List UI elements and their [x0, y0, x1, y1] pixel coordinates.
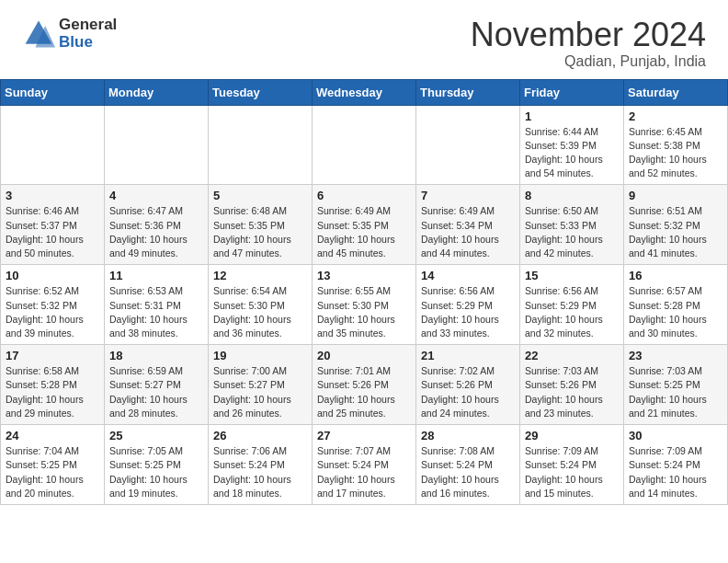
- day-number: 14: [421, 269, 515, 282]
- calendar-day-cell: 17Sunrise: 6:58 AM Sunset: 5:28 PM Dayli…: [1, 345, 105, 425]
- logo: General Blue: [22, 17, 117, 51]
- day-number: 16: [629, 269, 722, 282]
- day-number: 24: [6, 429, 99, 442]
- day-info: Sunrise: 7:01 AM Sunset: 5:26 PM Dayligh…: [317, 364, 411, 420]
- day-number: 17: [6, 349, 99, 362]
- calendar-day-cell: 14Sunrise: 6:56 AM Sunset: 5:29 PM Dayli…: [416, 265, 520, 345]
- day-number: 12: [213, 269, 307, 282]
- day-number: 21: [421, 349, 515, 362]
- day-number: 2: [629, 109, 722, 123]
- calendar-day-cell: 30Sunrise: 7:09 AM Sunset: 5:24 PM Dayli…: [624, 425, 728, 505]
- day-number: 5: [213, 189, 307, 202]
- calendar-day-cell: 4Sunrise: 6:47 AM Sunset: 5:36 PM Daylig…: [105, 185, 209, 265]
- day-info: Sunrise: 7:07 AM Sunset: 5:24 PM Dayligh…: [317, 444, 411, 500]
- month-title: November 2024: [471, 17, 706, 53]
- day-number: 6: [317, 189, 411, 202]
- calendar-day-cell: 1Sunrise: 6:44 AM Sunset: 5:39 PM Daylig…: [520, 105, 624, 185]
- day-number: 15: [525, 269, 619, 282]
- day-info: Sunrise: 6:47 AM Sunset: 5:36 PM Dayligh…: [109, 204, 203, 260]
- day-info: Sunrise: 7:06 AM Sunset: 5:24 PM Dayligh…: [213, 444, 307, 500]
- day-info: Sunrise: 6:56 AM Sunset: 5:29 PM Dayligh…: [421, 284, 515, 340]
- weekday-header-wednesday: Wednesday: [313, 79, 416, 105]
- calendar-day-cell: 9Sunrise: 6:51 AM Sunset: 5:32 PM Daylig…: [624, 185, 728, 265]
- calendar-day-cell: 24Sunrise: 7:04 AM Sunset: 5:25 PM Dayli…: [1, 425, 105, 505]
- weekday-header-row: SundayMondayTuesdayWednesdayThursdayFrid…: [1, 79, 728, 105]
- calendar-day-cell: 29Sunrise: 7:09 AM Sunset: 5:24 PM Dayli…: [520, 425, 624, 505]
- day-info: Sunrise: 7:03 AM Sunset: 5:26 PM Dayligh…: [525, 364, 619, 420]
- day-number: 9: [629, 189, 722, 202]
- calendar-day-cell: 5Sunrise: 6:48 AM Sunset: 5:35 PM Daylig…: [209, 185, 313, 265]
- day-info: Sunrise: 7:03 AM Sunset: 5:25 PM Dayligh…: [629, 364, 722, 420]
- calendar-day-cell: 25Sunrise: 7:05 AM Sunset: 5:25 PM Dayli…: [105, 425, 209, 505]
- day-number: 30: [629, 429, 722, 442]
- calendar-header: SundayMondayTuesdayWednesdayThursdayFrid…: [1, 79, 728, 105]
- day-info: Sunrise: 6:51 AM Sunset: 5:32 PM Dayligh…: [629, 204, 722, 260]
- weekday-header-saturday: Saturday: [624, 79, 728, 105]
- day-number: 7: [421, 189, 515, 202]
- calendar-day-cell: 13Sunrise: 6:55 AM Sunset: 5:30 PM Dayli…: [313, 265, 416, 345]
- weekday-header-monday: Monday: [105, 79, 209, 105]
- calendar-week-row: 17Sunrise: 6:58 AM Sunset: 5:28 PM Dayli…: [1, 345, 728, 425]
- calendar-day-cell: 19Sunrise: 7:00 AM Sunset: 5:27 PM Dayli…: [209, 345, 313, 425]
- weekday-header-thursday: Thursday: [416, 79, 520, 105]
- calendar-week-row: 10Sunrise: 6:52 AM Sunset: 5:32 PM Dayli…: [1, 265, 728, 345]
- day-number: 22: [525, 349, 619, 362]
- day-number: 10: [6, 269, 99, 282]
- day-info: Sunrise: 6:56 AM Sunset: 5:29 PM Dayligh…: [525, 284, 619, 340]
- day-number: 28: [421, 429, 515, 442]
- calendar-week-row: 1Sunrise: 6:44 AM Sunset: 5:39 PM Daylig…: [1, 105, 728, 185]
- calendar-week-row: 3Sunrise: 6:46 AM Sunset: 5:37 PM Daylig…: [1, 185, 728, 265]
- empty-day-cell: [416, 105, 520, 185]
- day-info: Sunrise: 6:53 AM Sunset: 5:31 PM Dayligh…: [109, 284, 203, 340]
- day-info: Sunrise: 6:49 AM Sunset: 5:35 PM Dayligh…: [317, 204, 411, 260]
- day-info: Sunrise: 6:46 AM Sunset: 5:37 PM Dayligh…: [6, 204, 99, 260]
- day-info: Sunrise: 7:00 AM Sunset: 5:27 PM Dayligh…: [213, 364, 307, 420]
- calendar-table: SundayMondayTuesdayWednesdayThursdayFrid…: [0, 79, 728, 505]
- day-info: Sunrise: 6:52 AM Sunset: 5:32 PM Dayligh…: [6, 284, 99, 340]
- day-info: Sunrise: 7:09 AM Sunset: 5:24 PM Dayligh…: [629, 444, 722, 500]
- weekday-header-friday: Friday: [520, 79, 624, 105]
- day-info: Sunrise: 6:49 AM Sunset: 5:34 PM Dayligh…: [421, 204, 515, 260]
- day-info: Sunrise: 7:04 AM Sunset: 5:25 PM Dayligh…: [6, 444, 99, 500]
- day-info: Sunrise: 6:48 AM Sunset: 5:35 PM Dayligh…: [213, 204, 307, 260]
- logo-blue-text: Blue: [59, 34, 117, 52]
- logo-general-text: General: [59, 17, 117, 34]
- day-info: Sunrise: 7:09 AM Sunset: 5:24 PM Dayligh…: [525, 444, 619, 500]
- day-number: 4: [109, 189, 203, 202]
- empty-day-cell: [209, 105, 313, 185]
- calendar-day-cell: 22Sunrise: 7:03 AM Sunset: 5:26 PM Dayli…: [520, 345, 624, 425]
- day-info: Sunrise: 6:55 AM Sunset: 5:30 PM Dayligh…: [317, 284, 411, 340]
- weekday-header-sunday: Sunday: [1, 79, 105, 105]
- weekday-header-tuesday: Tuesday: [209, 79, 313, 105]
- day-number: 13: [317, 269, 411, 282]
- calendar-day-cell: 27Sunrise: 7:07 AM Sunset: 5:24 PM Dayli…: [313, 425, 416, 505]
- day-number: 1: [525, 109, 619, 123]
- calendar-day-cell: 26Sunrise: 7:06 AM Sunset: 5:24 PM Dayli…: [209, 425, 313, 505]
- day-number: 8: [525, 189, 619, 202]
- calendar-day-cell: 23Sunrise: 7:03 AM Sunset: 5:25 PM Dayli…: [624, 345, 728, 425]
- day-number: 18: [109, 349, 203, 362]
- page-header: General Blue November 2024 Qadian, Punja…: [0, 0, 728, 79]
- day-info: Sunrise: 7:02 AM Sunset: 5:26 PM Dayligh…: [421, 364, 515, 420]
- calendar-day-cell: 28Sunrise: 7:08 AM Sunset: 5:24 PM Dayli…: [416, 425, 520, 505]
- calendar-day-cell: 10Sunrise: 6:52 AM Sunset: 5:32 PM Dayli…: [1, 265, 105, 345]
- day-number: 25: [109, 429, 203, 442]
- day-info: Sunrise: 7:08 AM Sunset: 5:24 PM Dayligh…: [421, 444, 515, 500]
- day-info: Sunrise: 6:58 AM Sunset: 5:28 PM Dayligh…: [6, 364, 99, 420]
- empty-day-cell: [1, 105, 105, 185]
- day-number: 26: [213, 429, 307, 442]
- calendar-day-cell: 2Sunrise: 6:45 AM Sunset: 5:38 PM Daylig…: [624, 105, 728, 185]
- empty-day-cell: [313, 105, 416, 185]
- day-info: Sunrise: 6:44 AM Sunset: 5:39 PM Dayligh…: [525, 125, 619, 181]
- day-info: Sunrise: 6:54 AM Sunset: 5:30 PM Dayligh…: [213, 284, 307, 340]
- day-info: Sunrise: 6:50 AM Sunset: 5:33 PM Dayligh…: [525, 204, 619, 260]
- day-info: Sunrise: 6:57 AM Sunset: 5:28 PM Dayligh…: [629, 284, 722, 340]
- day-number: 3: [6, 189, 99, 202]
- day-number: 29: [525, 429, 619, 442]
- calendar-day-cell: 3Sunrise: 6:46 AM Sunset: 5:37 PM Daylig…: [1, 185, 105, 265]
- calendar-day-cell: 11Sunrise: 6:53 AM Sunset: 5:31 PM Dayli…: [105, 265, 209, 345]
- logo-icon: [22, 17, 55, 51]
- calendar-day-cell: 15Sunrise: 6:56 AM Sunset: 5:29 PM Dayli…: [520, 265, 624, 345]
- empty-day-cell: [105, 105, 209, 185]
- calendar-day-cell: 8Sunrise: 6:50 AM Sunset: 5:33 PM Daylig…: [520, 185, 624, 265]
